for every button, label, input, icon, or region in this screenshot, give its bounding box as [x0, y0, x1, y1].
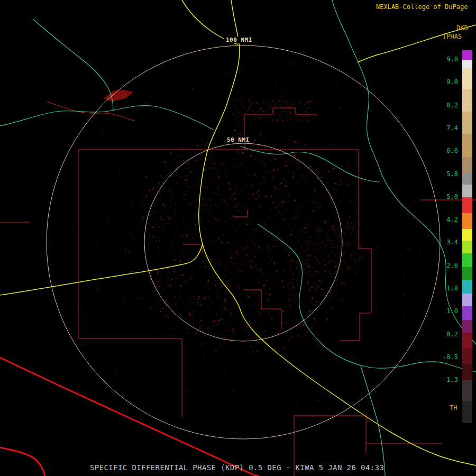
- colorbar-segment: [462, 306, 472, 320]
- colorbar-segment: [462, 280, 472, 294]
- radar-echoes: [50, 53, 420, 433]
- county-line: [78, 150, 359, 417]
- river-line: [0, 106, 214, 130]
- colorbar-segment: [462, 401, 472, 423]
- colorbar-segment: [462, 320, 472, 333]
- range-ring-50nmi: [144, 143, 342, 341]
- county-line: [233, 209, 248, 217]
- colorbar: [462, 50, 472, 423]
- colorbar-segment: [462, 213, 472, 229]
- colorbar-segment: [462, 50, 472, 60]
- colorbar-segment: [462, 267, 472, 280]
- border-line: [0, 358, 259, 476]
- colorbar-segment: [462, 157, 472, 173]
- river-line: [258, 224, 476, 372]
- range-rings: [47, 45, 440, 439]
- colorbar-phase-label: [PHAS: [443, 33, 462, 40]
- highway-line: [0, 244, 203, 295]
- colorbar-segment: [462, 68, 472, 89]
- radar-display: NEXLAB-College of DuPage DKB [PHAS 9.89.…: [0, 0, 476, 476]
- radar-map-canvas: [0, 0, 476, 476]
- colorbar-segment: [462, 112, 472, 134]
- colorbar-segment: [462, 364, 472, 380]
- highway-line: [358, 55, 377, 62]
- county-line: [243, 290, 281, 329]
- colorbar-segment: [462, 294, 472, 306]
- colorbar-segment: [462, 241, 472, 253]
- highway-lines: [0, 0, 476, 465]
- county-boundaries: [0, 102, 476, 476]
- colorbar-segment: [462, 134, 472, 157]
- international-border: [0, 358, 259, 476]
- attribution-title: NEXLAB-College of DuPage: [376, 3, 468, 11]
- colorbar-segment: [462, 380, 472, 401]
- colorbar-segment: [462, 333, 472, 349]
- colorbar-segment: [462, 229, 472, 241]
- colorbar-segment: [462, 173, 472, 185]
- county-line: [340, 150, 371, 341]
- colorbar-segment: [462, 185, 472, 197]
- colorbar-segment: [462, 60, 472, 68]
- colorbar-segment: [462, 89, 472, 112]
- river-lines: [0, 0, 476, 476]
- river-line: [332, 0, 476, 344]
- colorbar-unit-label: DKB: [456, 24, 468, 32]
- range-ring-label-50nmi: 50 NMI: [225, 136, 251, 143]
- product-caption: SPECIFIC DIFFERENTIAL PHASE (KDP) 0.5 DE…: [90, 463, 384, 472]
- border-line: [0, 447, 45, 476]
- county-line: [244, 108, 317, 150]
- colorbar-th-label: TH: [450, 404, 457, 411]
- colorbar-segment: [462, 349, 472, 364]
- colorbar-segment: [462, 253, 472, 267]
- colorbar-segment: [462, 197, 472, 213]
- highway-line: [199, 0, 476, 465]
- river-line: [241, 147, 380, 182]
- range-ring-100nmi: [47, 45, 440, 439]
- radar-echo-blob: [104, 90, 133, 102]
- river-line: [33, 19, 113, 111]
- range-ring-label-100nmi: 100 NMI: [224, 36, 254, 43]
